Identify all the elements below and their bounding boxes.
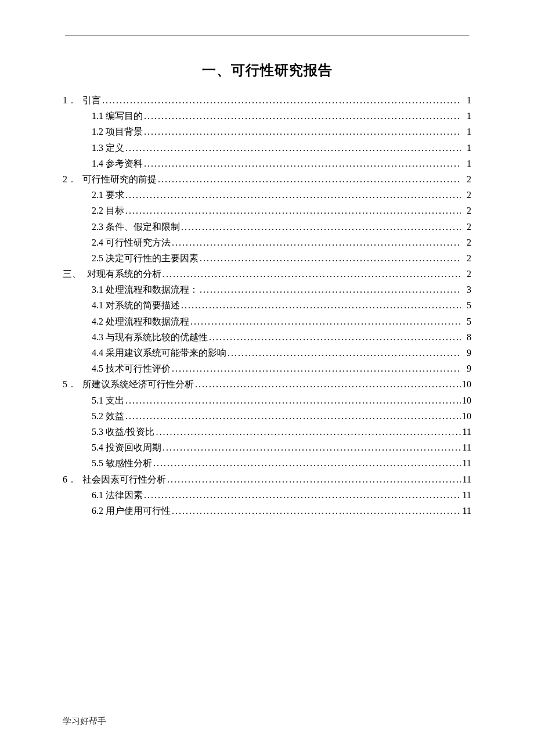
toc-entry-number: 5.5 <box>92 455 106 471</box>
toc-entry-label: 引言 <box>82 92 101 108</box>
toc-entry-number: 5． <box>63 376 82 392</box>
toc-entry[interactable]: 三、对现有系统的分析2 <box>63 266 471 282</box>
toc-entry-number: 2． <box>63 171 82 187</box>
toc-entry-number: 1.1 <box>92 108 106 124</box>
toc-entry-label: 收益/投资比 <box>106 424 154 440</box>
toc-entry[interactable]: 5．所建议系统经济可行性分析10 <box>63 376 471 392</box>
toc-entry-label: 可行性研究方法 <box>106 235 171 250</box>
toc-entry-number: 4.1 <box>92 297 106 313</box>
toc-leader-dots <box>199 282 461 297</box>
toc-entry-label: 编写目的 <box>106 108 143 124</box>
toc-entry-label: 可行性研究的前提 <box>82 171 157 187</box>
toc-entry-label: 支出 <box>106 393 124 408</box>
toc-entry[interactable]: 4.2处理流程和数据流程5 <box>63 314 471 329</box>
toc-entry[interactable]: 6．社会因素可行性分析11 <box>63 471 471 487</box>
toc-leader-dots <box>152 455 461 471</box>
toc-entry[interactable]: 2.2目标2 <box>63 203 471 218</box>
toc-entry[interactable]: 4.3与现有系统比较的优越性8 <box>63 329 471 345</box>
toc-entry-label: 项目背景 <box>106 124 143 139</box>
toc-entry-page: 11 <box>461 503 471 519</box>
toc-leader-dots <box>171 361 461 376</box>
toc-entry[interactable]: 1.2项目背景1 <box>63 124 471 139</box>
toc-entry-page: 11 <box>461 471 471 487</box>
toc-entry-page: 5 <box>461 297 471 313</box>
toc-entry-number: 4.3 <box>92 329 106 345</box>
toc-entry-number: 2.5 <box>92 250 106 266</box>
toc-entry-label: 投资回收周期 <box>106 440 161 455</box>
toc-entry-label: 对现有系统的分析 <box>87 266 161 282</box>
toc-entry[interactable]: 2.5决定可行性的主要因素2 <box>63 250 471 266</box>
toc-entry-number: 5.4 <box>92 440 106 455</box>
toc-entry[interactable]: 4.1对系统的简要描述5 <box>63 297 471 313</box>
toc-entry-page: 8 <box>461 329 471 345</box>
toc-entry-label: 社会因素可行性分析 <box>82 471 166 487</box>
toc-leader-dots <box>143 108 461 124</box>
toc-leader-dots <box>208 329 461 345</box>
toc-entry-number: 1.2 <box>92 124 106 139</box>
toc-entry[interactable]: 6.2用户使用可行性11 <box>63 503 471 519</box>
toc-entry-page: 1 <box>461 124 471 139</box>
toc-entry-number: 6.2 <box>92 503 106 519</box>
toc-leader-dots <box>199 250 461 266</box>
toc-entry-label: 所建议系统经济可行性分析 <box>82 376 194 392</box>
toc-entry-page: 10 <box>461 393 471 408</box>
toc-entry-label: 法律因素 <box>106 487 143 503</box>
toc-entry-label: 参考资料 <box>106 156 143 171</box>
toc-entry-page: 1 <box>461 156 471 171</box>
toc-entry-label: 对系统的简要描述 <box>106 297 180 313</box>
toc-entry-label: 处理流程和数据流程： <box>106 282 199 297</box>
toc-entry[interactable]: 5.5敏感性分析11 <box>63 455 471 471</box>
toc-entry-number: 2.3 <box>92 219 106 235</box>
toc-entry-number: 5.2 <box>92 408 106 424</box>
toc-leader-dots <box>124 203 461 218</box>
toc-entry[interactable]: 1．引言1 <box>63 92 471 108</box>
toc-entry-page: 2 <box>461 250 471 266</box>
toc-entry[interactable]: 2.1要求2 <box>63 187 471 203</box>
toc-entry-page: 2 <box>461 203 471 218</box>
toc-entry-number: 6.1 <box>92 487 106 503</box>
toc-entry-label: 与现有系统比较的优越性 <box>106 329 208 345</box>
toc-entry[interactable]: 6.1法律因素11 <box>63 487 471 503</box>
toc-entry-number: 5.3 <box>92 424 106 440</box>
toc-entry[interactable]: 4.5技术可行性评价9 <box>63 361 471 376</box>
toc-leader-dots <box>189 314 461 329</box>
toc-entry[interactable]: 5.2效益10 <box>63 408 471 424</box>
toc-entry-label: 要求 <box>106 187 124 203</box>
toc-entry[interactable]: 1.3定义1 <box>63 140 471 156</box>
toc-entry[interactable]: 5.1支出10 <box>63 393 471 408</box>
toc-entry[interactable]: 2．可行性研究的前提2 <box>63 171 471 187</box>
toc-leader-dots <box>143 124 461 139</box>
toc-entry-page: 11 <box>461 455 471 471</box>
page-footer: 学习好帮手 <box>63 716 106 727</box>
toc-entry[interactable]: 4.4采用建议系统可能带来的影响9 <box>63 345 471 361</box>
toc-entry[interactable]: 3.1处理流程和数据流程：3 <box>63 282 471 297</box>
toc-leader-dots <box>194 376 461 392</box>
toc-entry-page: 10 <box>461 376 471 392</box>
toc-entry-number: 2.1 <box>92 187 106 203</box>
toc-entry-page: 2 <box>461 187 471 203</box>
toc-entry[interactable]: 2.4可行性研究方法2 <box>63 235 471 250</box>
toc-leader-dots <box>161 266 461 282</box>
toc-leader-dots <box>180 219 461 235</box>
toc-entry[interactable]: 5.4投资回收周期11 <box>63 440 471 455</box>
toc-entry-page: 1 <box>461 140 471 156</box>
toc-entry-page: 2 <box>461 219 471 235</box>
toc-leader-dots <box>124 187 461 203</box>
toc-leader-dots <box>143 487 461 503</box>
toc-entry-page: 11 <box>461 440 471 455</box>
toc-entry-number: 4.4 <box>92 345 106 361</box>
toc-leader-dots <box>171 503 461 519</box>
toc-entry[interactable]: 1.4参考资料1 <box>63 156 471 171</box>
toc-entry-label: 条件、假定和限制 <box>106 219 180 235</box>
toc-leader-dots <box>154 424 461 440</box>
toc-entry-label: 敏感性分析 <box>106 455 152 471</box>
toc-entry-page: 3 <box>461 282 471 297</box>
toc-entry-page: 9 <box>461 345 471 361</box>
toc-entry[interactable]: 2.3条件、假定和限制2 <box>63 219 471 235</box>
toc-entry-page: 1 <box>461 92 471 108</box>
toc-entry-page: 10 <box>461 408 471 424</box>
toc-entry[interactable]: 5.3收益/投资比11 <box>63 424 471 440</box>
toc-entry-label: 用户使用可行性 <box>106 503 171 519</box>
toc-entry-page: 2 <box>461 235 471 250</box>
toc-entry[interactable]: 1.1编写目的1 <box>63 108 471 124</box>
